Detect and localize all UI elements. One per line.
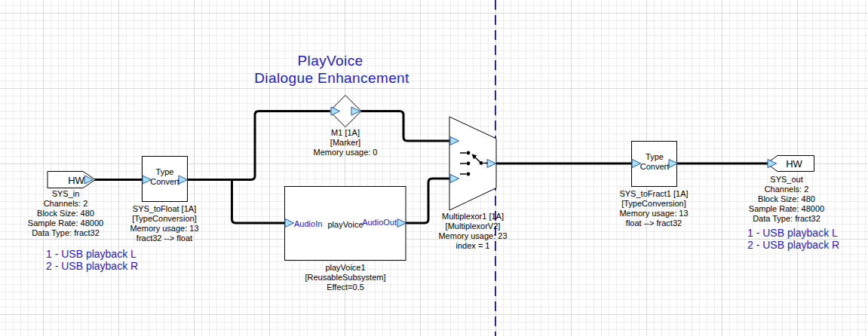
caption-line: Memory usage: 23 bbox=[438, 231, 507, 241]
caption-line: Multiplexor1 [1A] bbox=[438, 212, 507, 221]
sys-out-prop: Data Type: fract32 bbox=[749, 214, 824, 224]
sys-out-shape-label: HW bbox=[786, 158, 802, 170]
playvoice-caption: playVoice1 [ReusableSubsystem] Effect=0.… bbox=[305, 263, 386, 292]
typeconvert1-caption: SYS_toFloat [1A] [TypeConversion] Memory… bbox=[130, 204, 198, 243]
annotation-title-line1[interactable]: PlayVoice bbox=[297, 53, 363, 69]
playvoice-audioout-label: AudioOut bbox=[362, 218, 397, 227]
caption-line: Memory usage: 13 bbox=[130, 224, 198, 234]
typeconvert1-label-line2: Convert bbox=[150, 177, 179, 187]
channel-note[interactable]: 2 - USB playback R bbox=[747, 240, 839, 252]
caption-line: [TypeConversion] bbox=[619, 199, 688, 209]
typeconvert2-label-line1: Type bbox=[640, 152, 670, 162]
caption-line: [Marker] bbox=[314, 138, 378, 148]
schematic-canvas[interactable]: PlayVoice Dialogue Enhancement HW SYS_in… bbox=[0, 0, 868, 336]
marker-caption: M1 [1A] [Marker] Memory usage: 0 bbox=[314, 128, 378, 157]
playvoice-audioin-label: AudioIn bbox=[294, 219, 322, 228]
sys-out-prop: Channels: 2 bbox=[749, 185, 824, 194]
typeconvert2-label: Type Convert bbox=[640, 152, 670, 172]
sys-in-shape-label: HW bbox=[68, 175, 84, 186]
sys-in-prop: Sample Rate: 48000 bbox=[28, 218, 103, 228]
sys-out-caption: SYS_out Channels: 2 Block Size: 480 Samp… bbox=[749, 175, 824, 224]
caption-line: SYS_toFloat [1A] bbox=[130, 204, 198, 214]
typeconvert2-caption: SYS_toFract1 [1A] [TypeConversion] Memor… bbox=[619, 189, 688, 228]
sys-in-name: SYS_in bbox=[28, 189, 103, 199]
wire-branch-to-playvoice[interactable] bbox=[232, 180, 286, 224]
annotation-title-line2[interactable]: Dialogue Enhancement bbox=[254, 70, 409, 87]
channel-note[interactable]: 2 - USB playback R bbox=[46, 261, 138, 273]
channel-note[interactable]: 1 - USB playback L bbox=[747, 228, 839, 240]
caption-line: fract32 --> float bbox=[130, 234, 198, 243]
caption-line: Memory usage: 13 bbox=[619, 209, 688, 218]
caption-line: float --> fract32 bbox=[619, 218, 688, 228]
caption-line: M1 [1A] bbox=[314, 128, 378, 138]
typeconvert1-label-line1: Type bbox=[150, 167, 179, 177]
caption-line: playVoice1 bbox=[305, 263, 386, 273]
channel-note[interactable]: 1 - USB playback L bbox=[46, 249, 138, 261]
caption-line: SYS_toFract1 [1A] bbox=[619, 189, 688, 199]
caption-line: [ReusableSubsystem] bbox=[305, 273, 386, 283]
wire-typeconvert-to-marker[interactable] bbox=[187, 111, 330, 180]
diagram-layer bbox=[0, 0, 868, 336]
caption-line: [MultiplexorV2] bbox=[438, 221, 507, 231]
sys-in-prop: Block Size: 480 bbox=[28, 209, 103, 218]
caption-line: Memory usage: 0 bbox=[314, 148, 378, 157]
sys-in-prop: Channels: 2 bbox=[28, 199, 103, 209]
sys-in-channel-notes[interactable]: 1 - USB playback L 2 - USB playback R bbox=[46, 249, 138, 272]
sys-in-prop: Data Type: fract32 bbox=[28, 228, 103, 238]
typeconvert1-label: Type Convert bbox=[150, 167, 179, 187]
caption-line: index = 1 bbox=[438, 241, 507, 251]
sys-out-channel-notes[interactable]: 1 - USB playback L 2 - USB playback R bbox=[747, 228, 839, 251]
sys-out-prop: Block Size: 480 bbox=[749, 194, 824, 204]
sys-in-caption: SYS_in Channels: 2 Block Size: 480 Sampl… bbox=[28, 189, 103, 238]
multiplexor-caption: Multiplexor1 [1A] [MultiplexorV2] Memory… bbox=[438, 212, 507, 251]
sys-out-prop: Sample Rate: 48000 bbox=[749, 204, 824, 214]
playvoice-block-label: playVoice bbox=[327, 220, 363, 229]
caption-line: Effect=0.5 bbox=[305, 283, 386, 292]
caption-line: [TypeConversion] bbox=[130, 214, 198, 224]
typeconvert2-label-line2: Convert bbox=[640, 162, 670, 172]
sys-out-name: SYS_out bbox=[749, 175, 824, 185]
